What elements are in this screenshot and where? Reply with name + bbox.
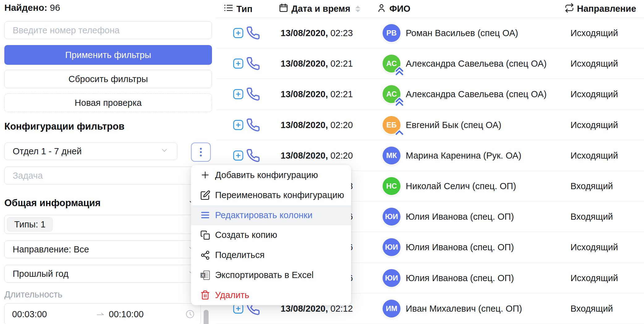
phone-call-icon[interactable] xyxy=(246,56,260,71)
menu-item-переименовать[interactable]: Переименовать конфигурацию xyxy=(191,185,351,205)
column-header-datetime[interactable]: Дата и время xyxy=(278,3,350,15)
row-direction: Исходящий xyxy=(570,120,618,130)
phone-call-icon[interactable] xyxy=(246,26,260,40)
direction-select[interactable]: Направление: Все xyxy=(4,240,212,258)
row-direction: Исходящий xyxy=(570,242,618,252)
phone-call-icon[interactable] xyxy=(246,87,260,101)
row-name: Иван Михалевич (спец. ОП) xyxy=(406,303,522,314)
menu-item-поделиться[interactable]: Поделиться xyxy=(191,245,351,265)
expand-row-button[interactable] xyxy=(233,150,244,161)
promotion-chevron-badge xyxy=(394,127,405,137)
trash-icon xyxy=(199,290,211,300)
row-datetime: 13/08/2020, 02:20 xyxy=(281,120,353,130)
list-icon xyxy=(223,2,234,15)
phone-call-icon[interactable] xyxy=(246,148,260,163)
duration-to-value[interactable]: 00:10:00 xyxy=(109,309,144,319)
expand-row-button[interactable] xyxy=(233,28,244,38)
person-icon xyxy=(376,3,387,15)
found-value: 96 xyxy=(50,2,60,13)
config-menu-button[interactable] xyxy=(191,143,211,162)
task-placeholder: Задача xyxy=(13,171,43,181)
row-direction: Входящий xyxy=(570,303,613,314)
table-row[interactable]: 13/08/2020, 02:21АСАлександра Савельева … xyxy=(216,48,644,79)
call-log-page: Найдено: 96 Введите номер телефона Приме… xyxy=(0,0,644,324)
avatar: АС xyxy=(383,85,400,103)
column-header-type[interactable]: Тип xyxy=(223,2,252,15)
columns-icon xyxy=(199,210,211,220)
filter-configs-heading: Конфигурации фильтров xyxy=(4,121,125,132)
menu-item-редактировать[interactable]: Редактировать колонки xyxy=(191,205,351,225)
row-direction: Исходящий xyxy=(570,28,618,38)
avatar: ЕБ xyxy=(383,116,400,134)
task-input[interactable]: Задача xyxy=(4,167,212,185)
avatar: ЮИ xyxy=(383,238,400,256)
avatar: АС xyxy=(383,55,400,73)
plus-icon xyxy=(199,170,211,180)
phone-search-placeholder: Введите номер телефона xyxy=(13,25,120,35)
config-select-value: Отдел 1 - 7 дней xyxy=(13,146,82,156)
row-name: Марина Каренина (Рук. ОА) xyxy=(406,150,521,160)
phone-search-input[interactable]: Введите номер телефона xyxy=(4,21,212,39)
row-name: Юлия Иванова (спец. ОП) xyxy=(406,242,514,252)
row-name: Юлия Иванова (спец. ОП) xyxy=(406,212,514,222)
avatar: МК xyxy=(383,147,400,164)
table-row[interactable]: 13/08/2020, 02:21АСАлександра Савельева … xyxy=(216,79,644,110)
avatar: РВ xyxy=(383,24,400,42)
row-name: Александра Савельева (спец ОА) xyxy=(406,59,547,69)
share-icon xyxy=(199,250,211,260)
types-filter-box[interactable]: Типы: 1 xyxy=(4,215,212,234)
sidebar-scrollbar-thumb[interactable] xyxy=(204,310,209,324)
table-header: Тип Дата и время ФИО Направление xyxy=(216,0,644,18)
duration-range-input[interactable]: 00:03:00 00:10:00 xyxy=(4,303,201,324)
menu-item-добавить[interactable]: Добавить конфигурацию xyxy=(191,165,351,185)
menu-item-удалить[interactable]: Удалить xyxy=(191,285,351,305)
reset-filters-button[interactable]: Сбросить фильтры xyxy=(4,70,212,88)
filters-sidebar: Найдено: 96 Введите номер телефона Приме… xyxy=(0,0,216,324)
period-select[interactable]: Прошлый год xyxy=(4,265,212,283)
apply-filters-button[interactable]: Применить фильтры xyxy=(4,45,212,65)
row-datetime: 13/08/2020, 02:21 xyxy=(281,59,353,69)
menu-item-экспортировать[interactable]: XЭкспортировать в Excel xyxy=(191,265,351,285)
avatar: ИМ xyxy=(383,300,400,318)
rename-icon xyxy=(199,190,211,200)
row-direction: Входящий xyxy=(570,212,613,222)
new-check-button[interactable]: Новая проверка xyxy=(4,93,212,112)
duration-label: Длительность xyxy=(4,289,62,300)
found-count: Найдено: 96 xyxy=(4,2,60,13)
direction-select-value: Направление: Все xyxy=(13,244,89,255)
copy-icon xyxy=(199,230,211,240)
row-direction: Исходящий xyxy=(570,89,618,99)
expand-row-button[interactable] xyxy=(233,58,244,69)
promotion-chevron-badge xyxy=(394,66,405,76)
row-direction: Исходящий xyxy=(570,273,618,283)
avatar: ЮИ xyxy=(383,208,400,226)
row-direction: Исходящий xyxy=(570,59,618,69)
avatar: ЮИ xyxy=(383,269,400,287)
config-select[interactable]: Отдел 1 - 7 дней xyxy=(4,143,177,160)
period-select-value: Прошлый год xyxy=(13,269,69,279)
row-name: Юлия Иванова (спец. ОП) xyxy=(406,273,514,283)
expand-row-button[interactable] xyxy=(233,89,244,99)
chevron-down-icon xyxy=(160,146,168,156)
column-header-fio[interactable]: ФИО xyxy=(376,3,410,15)
row-datetime: 13/08/2020, 02:20 xyxy=(281,150,353,160)
repeat-icon xyxy=(565,3,574,15)
avatar: НС xyxy=(383,177,400,195)
row-datetime: 13/08/2020, 02:21 xyxy=(281,89,353,99)
duration-from-value[interactable]: 00:03:00 xyxy=(12,309,47,319)
row-name: Евгений Бык (спец ОА) xyxy=(406,120,501,130)
types-chip[interactable]: Типы: 1 xyxy=(7,217,53,231)
expand-row-button[interactable] xyxy=(233,120,244,130)
menu-item-создать[interactable]: Создать копию xyxy=(191,225,351,245)
general-info-heading[interactable]: Общая информация xyxy=(4,197,212,209)
excel-icon: X xyxy=(199,270,211,280)
table-row[interactable]: 13/08/2020, 02:23РВРоман Васильев (спец … xyxy=(216,18,644,48)
table-row[interactable]: 13/08/2020, 02:20ЕБЕвгений Бык (спец ОА)… xyxy=(216,110,644,140)
row-name: Роман Васильев (спец ОА) xyxy=(406,28,518,38)
arrow-right-icon xyxy=(96,310,105,320)
row-datetime: 13/08/2020, 02:23 xyxy=(281,28,353,38)
phone-call-icon[interactable] xyxy=(246,118,260,132)
datetime-sort-control[interactable] xyxy=(355,6,360,12)
column-header-direction[interactable]: Направление xyxy=(565,3,636,15)
row-name: Александра Савельева (спец ОА) xyxy=(406,89,547,99)
